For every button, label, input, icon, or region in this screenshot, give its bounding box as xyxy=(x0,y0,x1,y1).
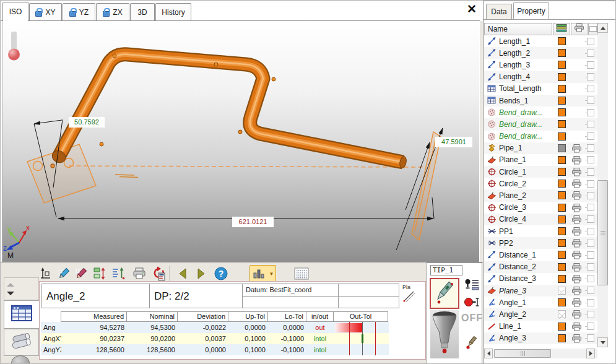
report-checkbox[interactable] xyxy=(587,73,594,80)
vscroll-down-button[interactable] xyxy=(597,337,608,347)
dimension-label-right[interactable]: 47.5901 xyxy=(435,137,472,147)
color-swatch[interactable] xyxy=(558,156,566,164)
print-toggle[interactable] xyxy=(571,287,581,295)
tab-history[interactable]: History xyxy=(155,3,191,20)
report-checkbox[interactable] xyxy=(587,287,594,294)
color-swatch[interactable] xyxy=(558,120,566,128)
print-toggle[interactable] xyxy=(571,334,581,342)
vscroll-up-button[interactable] xyxy=(597,23,608,33)
list-item[interactable]: Plane_1 xyxy=(484,154,597,166)
column-header-print[interactable] xyxy=(571,23,588,35)
report-checkbox[interactable] xyxy=(587,121,594,128)
report-checkbox[interactable] xyxy=(587,61,594,69)
hscroll-right-button[interactable] xyxy=(586,349,595,358)
scroll-down-icon[interactable] xyxy=(7,292,14,295)
list-item[interactable]: Total_Length xyxy=(484,83,597,95)
chart-dropdown-button[interactable]: ▼ xyxy=(267,265,276,282)
tip-name[interactable]: TIP_1 xyxy=(430,265,462,275)
report-checkbox[interactable] xyxy=(587,215,594,223)
report-checkbox[interactable] xyxy=(587,168,594,176)
color-swatch[interactable] xyxy=(558,204,566,212)
color-swatch[interactable] xyxy=(558,191,566,199)
report-checkbox[interactable] xyxy=(587,109,594,116)
list-item[interactable]: Angle_1 xyxy=(484,297,597,308)
list-item[interactable]: Bend_draw... xyxy=(484,118,597,130)
table-row[interactable]: AngXY90,023790,02000,00370,1000-0,1000in… xyxy=(41,333,389,344)
list-item[interactable]: Length_2 xyxy=(484,47,597,59)
dimension-label-left[interactable]: 50.7592 xyxy=(69,117,105,128)
report-checkbox[interactable] xyxy=(587,132,594,140)
recalculate-button[interactable] xyxy=(149,265,167,282)
list-item[interactable]: Line_1 xyxy=(484,321,597,332)
report-checkbox[interactable] xyxy=(587,85,594,92)
report-checkbox[interactable] xyxy=(587,240,594,247)
report-checkbox[interactable] xyxy=(587,204,594,211)
color-swatch[interactable] xyxy=(558,37,566,45)
tab-xy[interactable]: XY xyxy=(29,3,62,20)
color-swatch[interactable] xyxy=(558,298,566,306)
color-swatch[interactable] xyxy=(558,85,566,93)
report-checkbox[interactable] xyxy=(587,156,594,163)
print-toggle[interactable] xyxy=(571,227,581,235)
edit-red-button[interactable] xyxy=(72,265,90,282)
print-toggle[interactable] xyxy=(571,168,581,176)
report-checkbox[interactable] xyxy=(587,263,594,271)
list-item[interactable]: Circle_4 xyxy=(484,214,597,225)
tab-3d[interactable]: 3D xyxy=(130,3,155,20)
print-toggle[interactable] xyxy=(571,310,581,318)
list-item[interactable]: Circle_1 xyxy=(484,166,597,178)
report-checkbox[interactable] xyxy=(587,192,594,199)
report-checkbox[interactable] xyxy=(587,323,594,330)
column-header-select[interactable] xyxy=(588,23,597,35)
report-checkbox[interactable] xyxy=(587,180,594,188)
color-swatch[interactable] xyxy=(558,215,566,223)
tab-property[interactable]: Property xyxy=(513,2,549,19)
report-checkbox[interactable] xyxy=(587,311,594,318)
chart-view-button[interactable] xyxy=(249,265,268,282)
report-checkbox[interactable] xyxy=(587,275,594,282)
disabled-checkbox[interactable] xyxy=(558,310,566,318)
print-toggle[interactable] xyxy=(571,144,581,152)
report-checkbox[interactable] xyxy=(587,334,594,342)
probe-holder-button[interactable] xyxy=(430,310,459,358)
print-toggle[interactable] xyxy=(571,204,581,212)
report-checkbox[interactable] xyxy=(587,144,594,152)
report-checkbox[interactable] xyxy=(587,228,594,235)
table-row[interactable]: AngYZ128,5600128,56000,00000,1000-0,1000… xyxy=(41,344,389,355)
list-item[interactable]: Bend_draw... xyxy=(484,106,597,118)
small-probe-button[interactable] xyxy=(464,335,480,352)
color-swatch[interactable] xyxy=(558,97,566,105)
list-item[interactable]: Plane_2 xyxy=(484,189,597,201)
color-swatch[interactable] xyxy=(558,132,566,141)
coordinate-setup-button[interactable] xyxy=(37,265,54,282)
tab-yz[interactable]: YZ xyxy=(63,3,95,20)
ball-size-button[interactable] xyxy=(463,297,480,310)
color-swatch[interactable] xyxy=(558,334,566,342)
color-swatch[interactable] xyxy=(558,61,566,69)
report-checkbox[interactable] xyxy=(587,97,594,104)
tab-zx[interactable]: ZX xyxy=(96,3,129,20)
grid-view-button[interactable] xyxy=(293,265,310,282)
print-toggle[interactable] xyxy=(571,263,581,271)
disabled-checkbox[interactable] xyxy=(558,287,566,295)
column-header-color[interactable] xyxy=(553,23,570,35)
list-item[interactable]: Distance_3 xyxy=(484,273,597,285)
list-item[interactable]: PP2 xyxy=(484,237,597,249)
hscroll-left-button[interactable] xyxy=(484,349,493,358)
list-item[interactable]: Angle_3 xyxy=(484,332,597,344)
list-item[interactable]: Angle_2 xyxy=(484,308,597,320)
tab-data[interactable]: Data xyxy=(486,4,512,19)
print-toggle[interactable] xyxy=(571,298,581,306)
hscrollbar-thumb[interactable] xyxy=(494,349,551,358)
list-item[interactable]: Distance_1 xyxy=(484,249,597,261)
list-item[interactable]: Length_1 xyxy=(484,35,597,47)
report-checkbox[interactable] xyxy=(587,251,594,259)
probe-select-button[interactable] xyxy=(430,278,459,309)
list-item[interactable]: Plane_3 xyxy=(484,285,597,297)
color-swatch[interactable] xyxy=(558,227,566,235)
help-button[interactable]: ? xyxy=(212,265,230,282)
report-checkbox[interactable] xyxy=(587,38,594,45)
tab-iso[interactable]: ISO xyxy=(2,2,28,21)
color-swatch[interactable] xyxy=(558,168,566,176)
side-tab-pipes[interactable] xyxy=(4,329,39,356)
